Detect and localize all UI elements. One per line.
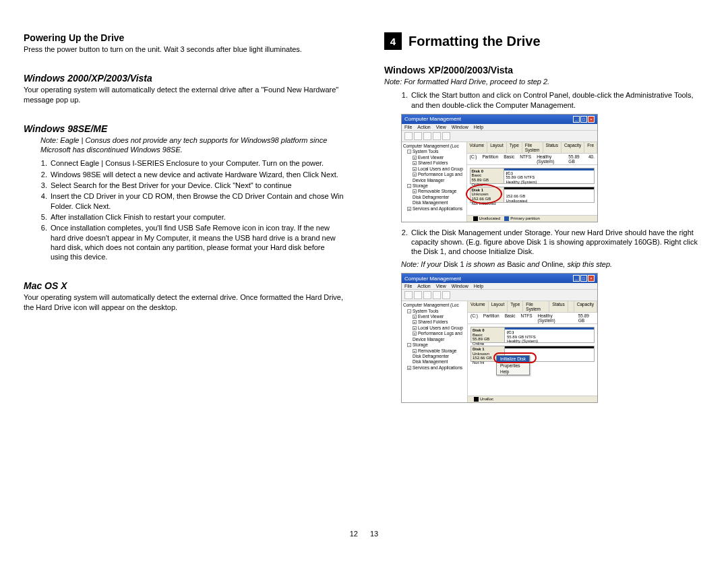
page-num-right: 13 [370,530,378,538]
win2000-body: Your operating system will automatically… [24,85,344,104]
column-headers: VolumeLayoutTypeFile SystemStatusCapacit… [468,301,597,313]
win98-steps: Connect Eagle | Consus I-SERIES Enclosur… [24,158,344,261]
list-item: Click the Start button and click on Cont… [410,90,704,110]
window-buttons: _□× [572,116,595,123]
window-title: Computer Management [404,116,461,122]
list-item: Once installation completes, you'll find… [49,223,344,261]
menubar: FileActionViewWindowHelp [402,124,597,131]
right-page: 4 Formatting the Drive Windows XP/2000/2… [384,20,704,408]
highlight-circle [493,352,537,363]
page-num-left: 12 [350,530,358,538]
page-numbers: 12 13 [350,530,379,538]
winxp-note-mixed: Note: If your Disk 1 is shown as Basic a… [401,259,704,269]
macosx-body: Your operating system will automatically… [24,292,344,312]
powering-heading: Powering Up the Drive [24,32,344,43]
winxp-heading: Windows XP/2000/2003/Vista [384,65,704,75]
chapter-number: 4 [384,32,402,50]
list-item: Insert the CD Driver in your CD ROM, the… [49,191,344,211]
winxp-note: Note: For formatted Hard Drive, proceed … [384,77,704,86]
legend: UnallocatedPrimary partition [467,215,597,222]
powering-body: Press the power button to turn on the un… [24,44,344,54]
list-item: Select Search for the Best Driver for yo… [49,181,344,190]
winxp-steps-2: Click the Disk Management under Storage.… [384,228,704,257]
win98-note: Note: Eagle | Consus does not provide an… [40,135,344,155]
left-page: Powering Up the Drive Press the power bu… [24,20,344,408]
list-item: Windows 98SE will detect a new device an… [49,170,344,179]
toolbar [402,131,597,142]
menubar: FileActionViewWindowHelp [402,283,597,290]
toolbar [402,290,597,301]
winxp-steps: Click the Start button and click on Cont… [384,90,704,110]
list-item: Click the Disk Management under Storage.… [410,228,704,257]
column-headers: VolumeLayoutTypeFile SystemStatusCapacit… [467,142,597,154]
macosx-heading: Mac OS X [24,280,344,291]
volume-row: (C:)PartitionBasicNTFSHealthy (System)55… [467,154,597,165]
volume-row: (C:)PartitionBasicNTFSHealthy (System)55… [468,313,597,324]
win2000-heading: Windows 2000/XP/2003/Vista [24,73,344,84]
window-title: Computer Management [404,276,461,282]
screenshot-computer-mgmt-2: Computer Management _□× FileActionViewWi… [401,273,598,403]
list-item: After installation Click Finish to resta… [49,212,344,222]
screenshot-computer-mgmt-1: Computer Management _□× FileActionViewWi… [401,114,598,222]
highlight-circle [466,184,502,204]
tree-pane: Computer Management (Loc -System Tools +… [402,142,467,222]
win98-heading: Windows 98SE/ME [24,123,344,134]
legend: Unalloc [468,396,597,402]
list-item: Connect Eagle | Consus I-SERIES Enclosur… [49,158,344,168]
chapter-header: 4 Formatting the Drive [384,32,704,50]
chapter-title: Formatting the Drive [408,34,541,49]
tree-pane: Computer Management (Loc -System Tools +… [402,301,468,402]
window-buttons: _□× [572,275,595,282]
